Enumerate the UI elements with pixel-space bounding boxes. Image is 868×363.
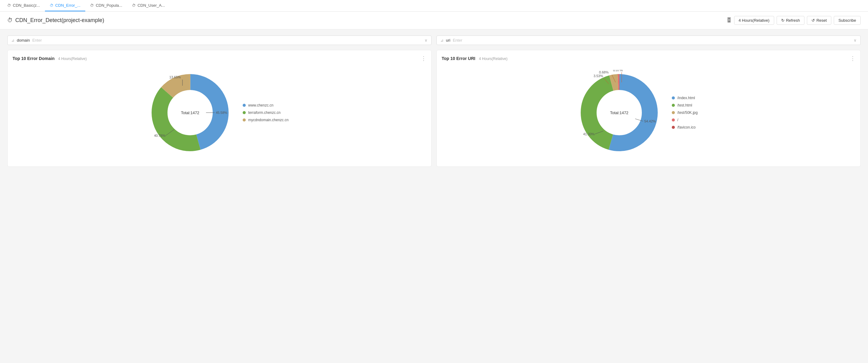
chart-domain-body: 45.58% 40.76% 13.65% Total:1472 [12,67,426,162]
chart-domain-title: Top 10 Error Domain [12,56,54,61]
chart-uri-menu[interactable]: ⋮ [850,55,856,62]
chart-domain-time: 4 Hours(Relative) [58,57,87,61]
refresh-icon: ↻ [781,18,784,23]
header-left: ⏱ CDN_Error_Detect(project-example) [7,17,104,24]
tab-popular[interactable]: ⏱ CDN_Popula... [85,0,127,11]
donut-domain-svg: 45.58% 40.76% 13.65% [147,70,233,156]
chart-domain-menu[interactable]: ⋮ [421,55,426,62]
legend-uri-item-3: /test/50K.jpg [672,111,721,115]
legend-uri: /index.html /test.html /test/50K.jpg / [672,96,721,130]
legend-uri-item-4: / [672,118,721,122]
donut-uri-wrapper: 54.42% 41.30% 3.53% 0.68% 0.07% [577,70,662,156]
filter-icon: ⊿ [11,38,14,43]
domain-placeholder: Enter [32,38,42,43]
page-icon: ⏱ [7,17,13,24]
legend-item-2: terraform.chenzc.cn [243,111,291,115]
domain-chevron: ∨ [425,38,428,43]
svg-text:0.68%: 0.68% [599,71,609,74]
chart-uri-body: 54.42% 41.30% 3.53% 0.68% 0.07% [442,67,856,162]
filters-row: ⊿ domain Enter ∨ ⊿ uri Enter ∨ [7,35,861,45]
legend-domain: www.chenzc.cn terraform.chenzc.cn mycdnd… [243,103,291,122]
svg-text:0.07%: 0.07% [613,70,623,72]
tab-icon-basic: ⏱ [7,3,11,8]
header-right: 🎛 4 Hours(Relative) ↻ Refresh ↺ Reset Su… [726,16,861,25]
legend-uri-item-5: /favicon.ico [672,125,721,130]
uri-filter-icon: ⊿ [440,38,443,43]
tab-basic[interactable]: ⏱ CDN_Basic(z... [2,0,45,11]
tab-error[interactable]: ⏱ CDN_Error_... [45,0,85,11]
page-title: CDN_Error_Detect(project-example) [15,17,104,24]
chart-domain-header: Top 10 Error Domain 4 Hours(Relative) ⋮ [12,55,426,62]
uri-placeholder: Enter [453,38,462,43]
domain-filter[interactable]: ⊿ domain Enter ∨ [7,35,432,45]
svg-point-3 [169,92,211,134]
uri-chevron: ∨ [854,38,857,43]
svg-text:41.30%: 41.30% [583,132,595,136]
reset-icon: ↺ [811,18,815,23]
chart-uri: Top 10 Error URI 4 Hours(Relative) ⋮ [436,50,861,167]
subscribe-button[interactable]: Subscribe [834,16,861,25]
domain-label: domain [17,38,30,43]
svg-text:13.65%: 13.65% [169,75,181,79]
tab-icon-user: ⏱ [132,3,136,8]
svg-text:54.42%: 54.42% [644,119,656,123]
legend-uri-item-2: /test.html [672,103,721,107]
svg-text:3.53%: 3.53% [593,74,603,78]
donut-domain-wrapper: 45.58% 40.76% 13.65% Total:1472 [147,70,233,156]
time-range-button[interactable]: 4 Hours(Relative) [734,16,774,25]
legend-uri-item-1: /index.html [672,96,721,100]
tab-bar: ⏱ CDN_Basic(z... ⏱ CDN_Error_... ⏱ CDN_P… [0,0,868,11]
tab-user[interactable]: ⏱ CDN_User_A... [127,0,170,11]
refresh-button[interactable]: ↻ Refresh [777,16,805,25]
svg-text:40.76%: 40.76% [154,134,166,137]
uri-label: uri [446,38,450,43]
chart-uri-title: Top 10 Error URI [442,56,475,61]
donut-uri-svg: 54.42% 41.30% 3.53% 0.68% 0.07% [577,70,662,156]
svg-text:45.58%: 45.58% [216,111,227,114]
legend-item-3: mycdndomain.chenzc.cn [243,118,291,122]
legend-item-1: www.chenzc.cn [243,103,291,107]
content: ⊿ domain Enter ∨ ⊿ uri Enter ∨ Top 10 Er… [0,29,868,359]
gauge-icon: 🎛 [726,17,732,24]
uri-filter[interactable]: ⊿ uri Enter ∨ [436,35,861,45]
reset-button[interactable]: ↺ Reset [807,16,831,25]
tab-icon-popular: ⏱ [90,3,94,8]
chart-domain: Top 10 Error Domain 4 Hours(Relative) ⋮ [7,50,432,167]
chart-uri-time: 4 Hours(Relative) [479,57,507,61]
tab-icon-error: ⏱ [50,3,54,8]
chart-uri-header: Top 10 Error URI 4 Hours(Relative) ⋮ [442,55,856,62]
charts-row: Top 10 Error Domain 4 Hours(Relative) ⋮ [7,50,861,167]
svg-point-15 [598,92,640,134]
header: ⏱ CDN_Error_Detect(project-example) 🎛 4 … [0,11,868,29]
